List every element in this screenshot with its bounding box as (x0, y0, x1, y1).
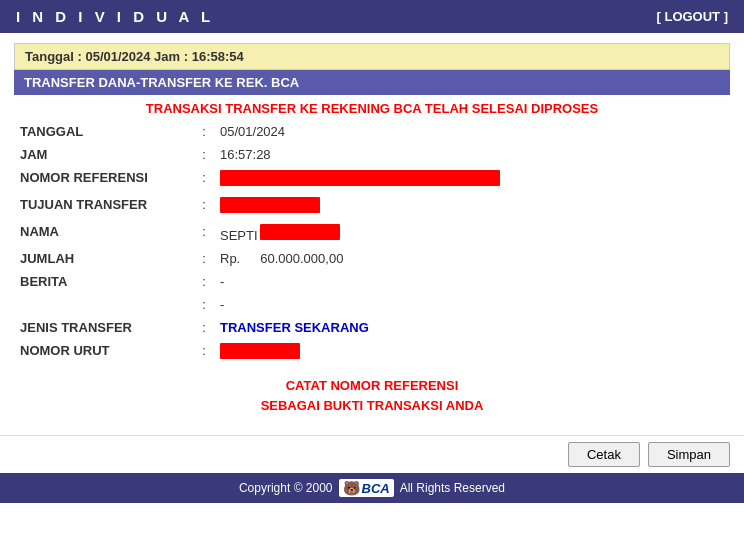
currency-label: Rp. (220, 251, 240, 266)
amount-value: 60.000.000,00 (260, 251, 343, 266)
transaction-details-table: TANGGAL : 05/01/2024 JAM : 16:57:28 NOMO… (14, 120, 730, 366)
footer-actions: Cetak Simpan (0, 435, 744, 473)
date-bar: Tanggal : 05/01/2024 Jam : 16:58:54 (14, 43, 730, 70)
cetak-button[interactable]: Cetak (568, 442, 640, 467)
table-row: JUMLAH : Rp. 60.000.000,00 (14, 247, 730, 270)
header: I N D I V I D U A L [ LOGOUT ] (0, 0, 744, 33)
nama-label: NAMA (14, 220, 194, 247)
redacted-tujuan (220, 197, 320, 213)
bca-brand-text: BCA (362, 481, 390, 496)
redacted-referensi (220, 170, 500, 186)
table-row: NOMOR REFERENSI : (14, 166, 730, 193)
table-row: : - (14, 293, 730, 316)
tanggal-label: TANGGAL (14, 120, 194, 143)
date-time-label: Tanggal : 05/01/2024 Jam : 16:58:54 (25, 49, 244, 64)
copyright-bar: Copyright © 2000 🐻 BCA All Rights Reserv… (0, 473, 744, 503)
berita-value2: - (214, 293, 730, 316)
nomor-referensi-label: NOMOR REFERENSI (14, 166, 194, 193)
success-message: TRANSAKSI TRANSFER KE REKENING BCA TELAH… (14, 95, 730, 120)
jam-label: JAM (14, 143, 194, 166)
logout-button[interactable]: [ LOGOUT ] (657, 9, 729, 24)
table-row: TUJUAN TRANSFER : (14, 193, 730, 220)
section-title: TRANSFER DANA-TRANSFER KE REK. BCA (24, 75, 299, 90)
bca-bear-icon: 🐻 (343, 480, 360, 496)
tujuan-transfer-label: TUJUAN TRANSFER (14, 193, 194, 220)
simpan-button[interactable]: Simpan (648, 442, 730, 467)
nomor-urut-value (214, 339, 730, 366)
notice-block: CATAT NOMOR REFERENSI SEBAGAI BUKTI TRAN… (14, 366, 730, 421)
jenis-transfer-value: TRANSFER SEKARANG (214, 316, 730, 339)
app-title: I N D I V I D U A L (16, 8, 214, 25)
jenis-transfer-label: JENIS TRANSFER (14, 316, 194, 339)
nama-value: SEPTI (214, 220, 730, 247)
bca-logo: 🐻 BCA (339, 479, 394, 497)
copyright-text: Copyright © 2000 (239, 481, 333, 495)
redacted-nomor-urut (220, 343, 300, 359)
table-row: JAM : 16:57:28 (14, 143, 730, 166)
notice-line1: CATAT NOMOR REFERENSI (14, 376, 730, 396)
jam-value: 16:57:28 (214, 143, 730, 166)
rights-text: All Rights Reserved (400, 481, 505, 495)
jumlah-value: Rp. 60.000.000,00 (214, 247, 730, 270)
table-row: TANGGAL : 05/01/2024 (14, 120, 730, 143)
table-row: NAMA : SEPTI (14, 220, 730, 247)
nomor-urut-label: NOMOR URUT (14, 339, 194, 366)
berita-value: - (214, 270, 730, 293)
tujuan-transfer-value (214, 193, 730, 220)
table-row: BERITA : - (14, 270, 730, 293)
main-content: Tanggal : 05/01/2024 Jam : 16:58:54 TRAN… (0, 33, 744, 431)
jumlah-label: JUMLAH (14, 247, 194, 270)
redacted-nama (260, 224, 340, 240)
tanggal-value: 05/01/2024 (214, 120, 730, 143)
berita-label: BERITA (14, 270, 194, 293)
nomor-referensi-value (214, 166, 730, 193)
table-row: JENIS TRANSFER : TRANSFER SEKARANG (14, 316, 730, 339)
table-row: NOMOR URUT : (14, 339, 730, 366)
notice-line2: SEBAGAI BUKTI TRANSAKSI ANDA (14, 396, 730, 416)
section-header: TRANSFER DANA-TRANSFER KE REK. BCA (14, 70, 730, 95)
